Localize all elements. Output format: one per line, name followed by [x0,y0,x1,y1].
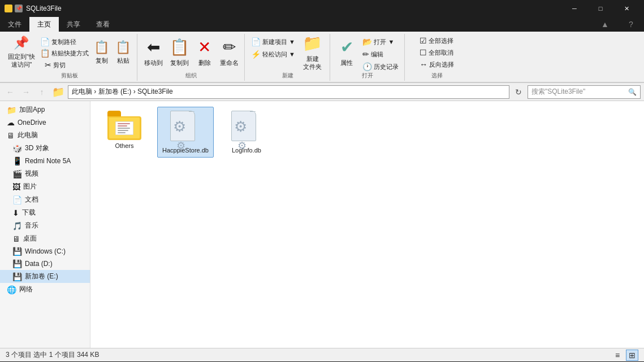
folder-icon [5,5,12,12]
new-item-button[interactable]: 📄新建项目 ▼ [249,36,297,47]
sidebar-item-label-jiaguapp: 加固App [19,105,45,115]
network-icon: 🌐 [7,285,16,294]
nav-back-button[interactable]: ← [3,85,17,99]
select-label: 选择 [406,72,468,80]
sidebar-item-label-onedrive: OneDrive [18,119,46,127]
sidebar-item-label-documents: 文档 [25,195,38,204]
ribbon-content: 📌 固定到"快速访问" 📄复制路径 📋粘贴快捷方式 📋 复制 📋 粘贴 ✂剪切 … [0,32,644,82]
main-content: 📁 加固App ☁ OneDrive 🖥 此电脑 🎲 3D 对象 📱 Redmi… [0,101,644,348]
ribbon: 文件 主页 共享 查看 ▲ ? 📌 固定到"快速访问" 📄复制路径 📋粘贴快捷方… [0,17,644,83]
copy-paste-col: 📄复制路径 📋粘贴快捷方式 [38,35,90,59]
sidebar-item-winc[interactable]: 💾 Windows (C:) [0,245,90,258]
sidebar-item-onedrive[interactable]: ☁ OneDrive [0,116,90,129]
sidebar-item-pictures[interactable]: 🖼 图片 [0,180,90,193]
documents-icon: 📄 [12,195,22,204]
view-list-button[interactable]: ≡ [611,350,624,361]
tab-share[interactable]: 共享 [59,17,88,32]
edit-button[interactable]: ✏编辑 [361,49,400,60]
open-button[interactable]: 📂打开 ▼ [361,36,400,47]
ribbon-collapse-button[interactable]: ▲ [592,17,618,32]
sidebar-item-documents[interactable]: 📄 文档 [0,193,90,206]
sidebar-item-label-pictures: 图片 [23,182,37,191]
sidebar-item-downloads[interactable]: ⬇ 下载 [0,206,90,219]
title-left: 📌 SQLite3File [5,5,62,12]
copy-to-icon: 📋 [170,37,189,58]
delete-button[interactable]: ✕ 删除 [194,35,215,69]
cut-button[interactable]: ✂剪切 [43,59,67,71]
file-item-hacpplestore[interactable]: ⚙⚙ HacppleStore.db [157,107,214,158]
addressbar: ← → ↑ 📁 此电脑 › 新加卷 (E:) › SQLite3File ↻ 搜… [0,83,644,101]
new-folder-button[interactable]: 📁 新建文件夹 [299,35,326,69]
move-to-button[interactable]: ⬅ 移动到 [142,35,165,69]
sidebar-item-label-thispc: 此电脑 [18,130,38,140]
nav-up-button[interactable]: ↑ [35,85,49,99]
open-label: 打开 [331,72,404,80]
folder-icon-others [107,111,141,140]
select-all-button[interactable]: ☑全部选择 [418,35,455,46]
sidebar-item-jiaguapp[interactable]: 📁 加固App [0,103,90,116]
ribbon-tabs: 文件 主页 共享 查看 ▲ ? [0,17,644,32]
newe-icon: 💾 [12,272,22,281]
db-gears-hacpplestore: ⚙⚙ [173,118,186,153]
copy-path-button[interactable]: 📄复制路径 [38,36,90,47]
address-path[interactable]: 此电脑 › 新加卷 (E:) › SQLite3File [68,85,509,99]
paste-button[interactable]: 📋 粘贴 [113,35,133,69]
new-item-col: 📄新建项目 ▼ ⚡轻松访问 ▼ [249,35,297,60]
properties-button[interactable]: ✔ 属性 [335,35,358,69]
search-icon[interactable]: 🔍 [628,88,637,96]
search-box[interactable]: 搜索"SQLite3File" 🔍 [528,85,641,99]
status-info: 3 个项目 选中 1 个项目 344 KB [6,350,99,360]
nav-forward-button[interactable]: → [19,85,33,99]
file-item-others[interactable]: Others [96,107,153,158]
delete-icon: ✕ [198,37,211,58]
rename-icon: ✏ [223,37,236,58]
tab-file[interactable]: 文件 [0,17,29,32]
maximize-button[interactable]: □ [587,0,613,17]
address-folder-icon: 📁 [52,86,64,98]
sidebar-item-music[interactable]: 🎵 音乐 [0,219,90,232]
sidebar-item-redmi[interactable]: 📱 Redmi Note 5A [0,155,90,167]
tab-view[interactable]: 查看 [88,17,118,32]
sidebar-item-label-desktop: 桌面 [23,234,37,243]
window-title: SQLite3File [26,5,62,12]
sidebar-item-thispc[interactable]: 🖥 此电脑 [0,129,90,142]
minimize-button[interactable]: ─ [561,0,587,17]
sidebar-item-videos[interactable]: 🎬 视频 [0,167,90,180]
ribbon-group-open: ✔ 属性 📂打开 ▼ ✏编辑 🕐历史记录 打开 [331,34,405,81]
invert-select-button[interactable]: ↔反向选择 [418,59,456,70]
sidebar-item-label-winc: Windows (C:) [25,247,66,255]
refresh-button[interactable]: ↻ [512,85,525,99]
sidebar-item-3dobjects[interactable]: 🎲 3D 对象 [0,142,90,155]
sidebar-item-label-downloads: 下载 [22,208,36,217]
rename-button[interactable]: ✏ 重命名 [218,35,241,69]
sidebar-item-label-videos: 视频 [25,169,38,178]
winc-icon: 💾 [12,247,22,256]
tab-home[interactable]: 主页 [29,17,59,32]
view-icons-button[interactable]: ⊞ [626,350,638,361]
easy-access-button[interactable]: ⚡轻松访问 ▼ [249,49,297,60]
help-button[interactable]: ? [618,17,644,32]
history-button[interactable]: 🕐历史记录 [361,61,400,72]
redmi-icon: 📱 [12,156,22,165]
sidebar-item-datad[interactable]: 💾 Data (D:) [0,258,90,270]
sidebar-item-desktop[interactable]: 🖥 桌面 [0,232,90,245]
properties-icon: ✔ [340,37,353,58]
copy-to-button[interactable]: 📋 复制到 [167,35,192,69]
status-view-controls: ≡ ⊞ [611,350,638,361]
titlebar: 📌 SQLite3File ─ □ ✕ [0,0,644,17]
sidebar-item-newe[interactable]: 💾 新加卷 (E:) [0,270,90,283]
move-to-icon: ⬅ [147,37,160,58]
new-folder-icon: 📁 [302,33,322,54]
copy-button[interactable]: 📋 复制 [92,35,112,69]
sidebar-item-network[interactable]: 🌐 网络 [0,283,90,296]
statusbar: 3 个项目 选中 1 个项目 344 KB ≡ ⊞ [0,348,644,361]
sidebar-item-label-datad: Data (D:) [25,260,53,268]
pin-button[interactable]: 📌 固定到"快速访问" [6,35,37,69]
music-icon: 🎵 [12,221,22,230]
title-icons: 📌 [5,5,23,12]
deselect-all-button[interactable]: ☐全部取消 [418,47,455,58]
sidebar-item-label-redmi: Redmi Note 5A [25,157,71,165]
file-item-loginfo[interactable]: ⚙⚙ LogInfo.db [218,107,275,158]
paste-shortcut-button[interactable]: 📋粘贴快捷方式 [38,47,90,59]
close-button[interactable]: ✕ [613,0,639,17]
